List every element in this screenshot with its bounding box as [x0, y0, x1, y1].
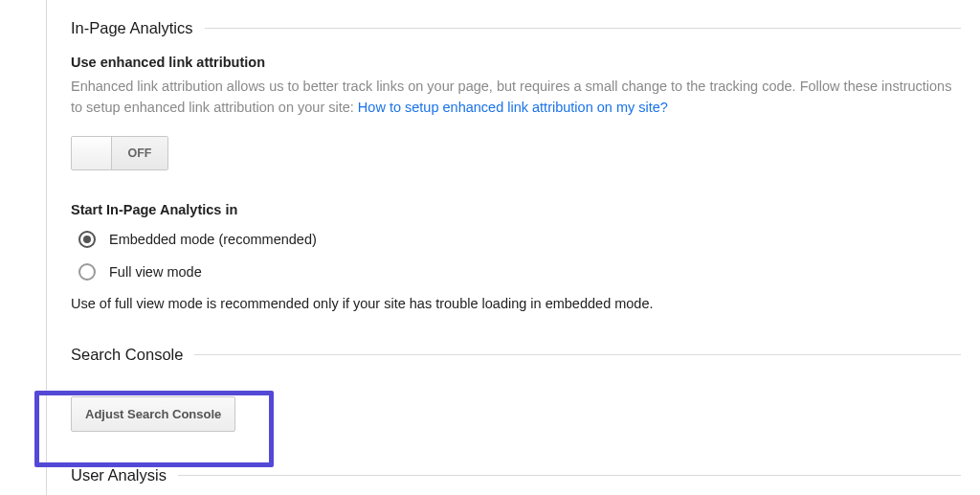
- radio-fullview[interactable]: [78, 263, 96, 281]
- enhanced-link-help-link[interactable]: How to setup enhanced link attribution o…: [358, 100, 668, 115]
- section-title-searchconsole: Search Console: [71, 346, 194, 364]
- startin-label: Start In-Page Analytics in: [71, 202, 961, 217]
- enhanced-link-toggle-wrap: OFF: [71, 136, 961, 173]
- radio-row-fullview[interactable]: Full view mode: [71, 263, 961, 281]
- section-title-useranalysis: User Analysis: [71, 466, 178, 484]
- radio-embedded[interactable]: [78, 231, 96, 248]
- fullview-helper-text: Use of full view mode is recommended onl…: [71, 296, 961, 311]
- section-title-inpage: In-Page Analytics: [71, 19, 205, 37]
- section-rule: [194, 354, 961, 355]
- toggle-knob: [72, 137, 112, 169]
- section-header-useranalysis: User Analysis: [71, 466, 961, 484]
- section-header-inpage: In-Page Analytics: [71, 19, 961, 37]
- radio-row-embedded[interactable]: Embedded mode (recommended): [71, 231, 961, 248]
- settings-content: In-Page Analytics Use enhanced link attr…: [71, 19, 961, 495]
- toggle-state-label: OFF: [112, 137, 167, 169]
- section-rule: [205, 28, 962, 29]
- section-rule: [178, 475, 961, 476]
- adjust-search-console-button[interactable]: Adjust Search Console: [71, 396, 235, 432]
- section-header-searchconsole: Search Console: [71, 346, 961, 364]
- enhanced-link-description-block: Enhanced link attribution allows us to b…: [71, 76, 961, 119]
- radio-label-fullview: Full view mode: [109, 264, 202, 280]
- vertical-rule: [46, 0, 47, 495]
- enhanced-link-toggle[interactable]: OFF: [71, 136, 168, 170]
- enhanced-link-label: Use enhanced link attribution: [71, 55, 961, 70]
- radio-label-embedded: Embedded mode (recommended): [109, 232, 317, 247]
